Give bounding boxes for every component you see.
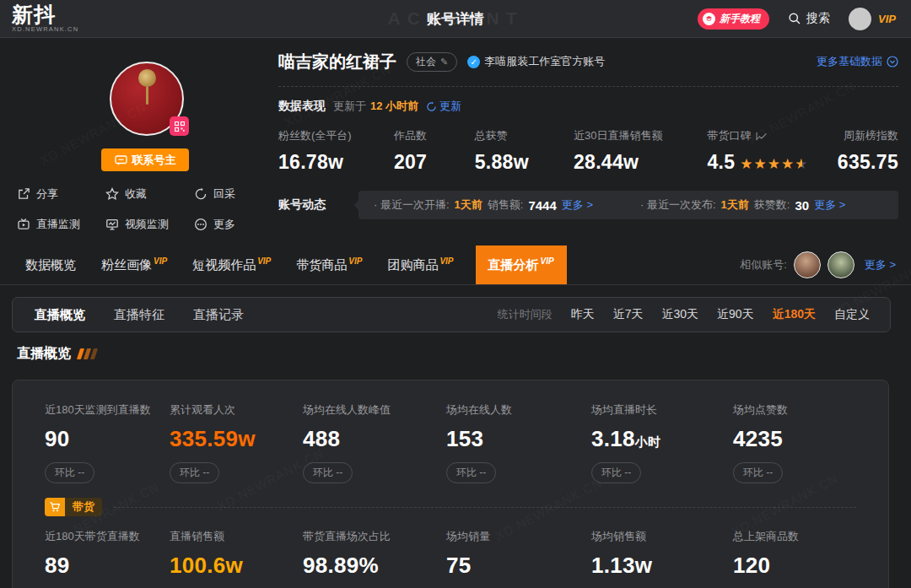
- metric-label: 近180天监测到直播数: [45, 402, 170, 418]
- metric-value: 4235: [733, 426, 888, 452]
- stat-label: 周新榜指数: [844, 128, 898, 143]
- star-icon: [105, 187, 119, 201]
- tab-promoted-goods[interactable]: 带货商品VIP: [296, 245, 362, 284]
- period-7d[interactable]: 近7天: [613, 307, 644, 322]
- user-menu: VIP: [849, 8, 896, 30]
- refresh-button[interactable]: 更新: [426, 99, 461, 114]
- compare-pill[interactable]: 环比 --: [733, 462, 783, 483]
- period-yesterday[interactable]: 昨天: [571, 307, 595, 322]
- metric-value: 120: [733, 553, 888, 579]
- category-tag[interactable]: 社会 ✎: [407, 52, 457, 72]
- vip-badge: VIP: [439, 256, 453, 266]
- metric-card-live-sales: 直播销售额 100.6w 环比 --: [170, 529, 303, 588]
- tab-label: 带货商品: [296, 257, 347, 273]
- metric-label: 场均销量: [446, 529, 591, 544]
- metric-label: 总上架商品数: [733, 529, 888, 544]
- similar-avatar[interactable]: [794, 251, 821, 278]
- data-performance-label: 数据表现: [278, 99, 326, 114]
- accent-bars-icon: [78, 348, 96, 359]
- share-button[interactable]: 分享: [17, 186, 105, 202]
- tab-live-analysis[interactable]: 直播分析VIP: [476, 245, 567, 284]
- last-live-group: · 最近一次开播: 1天前 销售额: 7444 更多 >: [374, 197, 593, 213]
- metric-value: 100.6w: [170, 553, 303, 579]
- tab-label: 直播分析: [488, 257, 539, 273]
- similar-accounts: 相似账号: 更多 >: [740, 251, 896, 278]
- stat-value: 5.88w: [475, 151, 574, 174]
- more-actions-button[interactable]: 更多: [194, 217, 270, 232]
- similar-avatar[interactable]: [827, 251, 854, 278]
- sales-section-divider: 带货: [45, 498, 856, 516]
- contact-owner-button[interactable]: 联系号主: [101, 148, 189, 171]
- favorite-label: 收藏: [125, 186, 147, 202]
- avatar-image: [138, 69, 156, 87]
- tab-fans-portrait[interactable]: 粉丝画像VIP: [101, 245, 167, 284]
- tutorial-badge[interactable]: 新手教程: [698, 8, 769, 30]
- more-basic-data-link[interactable]: 更多基础数据: [817, 54, 898, 69]
- metric-value: 90: [45, 426, 170, 452]
- live-subnav: 直播概览 直播特征 直播记录 统计时间段 昨天 近7天 近30天 近90天 近1…: [12, 297, 891, 332]
- live-monitor-button[interactable]: 直播监测: [17, 217, 105, 232]
- favorite-button[interactable]: 收藏: [105, 186, 194, 202]
- post-more-link[interactable]: 更多 >: [814, 197, 845, 213]
- user-avatar[interactable]: [849, 8, 871, 30]
- stat-works: 作品数 207: [394, 128, 475, 174]
- subtab-live-overview[interactable]: 直播概览: [35, 307, 85, 323]
- tab-short-videos[interactable]: 短视频作品VIP: [192, 245, 271, 284]
- tab-label: 数据概览: [25, 257, 76, 273]
- video-monitor-label: 视频监测: [125, 217, 169, 232]
- metric-label: 场均在线人数峰值: [303, 402, 446, 418]
- period-custom[interactable]: 自定义: [834, 307, 870, 322]
- vip-label[interactable]: VIP: [878, 13, 896, 25]
- full-stars: ★★★★: [740, 156, 795, 172]
- metric-card-sales-live-ratio: 带货直播场次占比 98.89% 环比 --: [303, 529, 446, 588]
- search-button[interactable]: 搜索: [788, 11, 830, 26]
- account-dynamics-row: 账号动态 · 最近一次开播: 1天前 销售额: 7444 更多 > · 最近一次…: [278, 191, 898, 219]
- overview-card-row: 近180天监测到直播数 90 环比 -- 累计观看人次 335.59w 环比 -…: [45, 402, 888, 483]
- post-likes-value: 30: [795, 198, 809, 213]
- metric-card-live-count: 近180天监测到直播数 90 环比 --: [45, 402, 170, 483]
- metric-value: 153: [446, 426, 591, 452]
- video-chart-icon: [105, 218, 119, 231]
- sales-badge-label: 带货: [65, 498, 102, 516]
- recapture-label: 回采: [213, 186, 235, 202]
- updated-prefix: 更新于: [333, 99, 366, 114]
- subtab-live-features[interactable]: 直播特征: [114, 307, 164, 323]
- compare-pill[interactable]: 环比 --: [591, 462, 641, 483]
- tab-label: 粉丝画像: [101, 257, 152, 273]
- subtab-live-records[interactable]: 直播记录: [193, 307, 244, 323]
- share-icon: [17, 187, 30, 201]
- edit-icon: ✎: [440, 57, 448, 67]
- compare-pill[interactable]: 环比 --: [170, 462, 219, 483]
- sales-card-row: 近180天带货直播数 89 环比 -- 直播销售额 100.6w 环比 -- 带…: [45, 529, 888, 588]
- video-monitor-button[interactable]: 视频监测: [105, 217, 194, 232]
- compare-pill[interactable]: 环比 --: [45, 462, 94, 483]
- verified-row: ✓ 李喵服装工作室官方账号: [467, 54, 605, 69]
- tab-group-goods[interactable]: 团购商品VIP: [387, 245, 453, 284]
- stat-label: 粉丝数(全平台): [278, 128, 394, 143]
- chat-icon: [115, 154, 127, 166]
- dynamics-label: 账号动态: [278, 197, 358, 213]
- avatar-image-detail: [146, 86, 148, 105]
- updated-time: 12 小时前: [370, 99, 418, 114]
- stat-value: 207: [394, 151, 475, 174]
- more-basic-data-label: 更多基础数据: [817, 54, 882, 69]
- metric-label: 带货直播场次占比: [303, 529, 446, 544]
- metric-label: 累计观看人次: [170, 402, 303, 418]
- metric-card-avg-duration: 场均直播时长 3.18小时 环比 --: [591, 402, 733, 483]
- compare-pill[interactable]: 环比 --: [446, 462, 496, 483]
- period-30d[interactable]: 近30天: [661, 307, 698, 322]
- compare-pill[interactable]: 环比 --: [303, 462, 353, 483]
- similar-accounts-label: 相似账号:: [740, 257, 787, 272]
- period-180d[interactable]: 近180天: [773, 307, 816, 322]
- qr-icon: [175, 121, 185, 132]
- tab-data-overview[interactable]: 数据概览: [25, 245, 76, 284]
- live-more-link[interactable]: 更多 >: [562, 197, 593, 213]
- similar-more-link[interactable]: 更多 >: [865, 257, 896, 272]
- recapture-button[interactable]: 回采: [194, 186, 270, 202]
- half-star: ★: [795, 156, 808, 172]
- qr-code-badge[interactable]: [170, 116, 189, 136]
- stat-value: 635.75: [838, 151, 898, 174]
- main-tabbar: 数据概览 粉丝画像VIP 短视频作品VIP 带货商品VIP 团购商品VIP 直播…: [0, 245, 911, 285]
- period-90d[interactable]: 近90天: [717, 307, 754, 322]
- app-logo[interactable]: 新抖 XD.NEWRANK.CN: [12, 4, 78, 33]
